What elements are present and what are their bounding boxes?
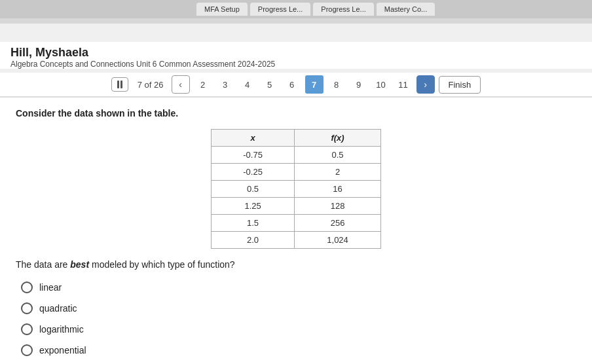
page-5[interactable]: 5 (261, 75, 279, 94)
col-header-fx: f(x) (295, 130, 381, 147)
choice-quadratic[interactable]: quadratic (21, 302, 576, 314)
main-content: Consider the data shown in the table. x … (0, 98, 592, 364)
tab-progress-2[interactable]: Progress Le... (313, 3, 373, 16)
cell-x: 0.5 (212, 181, 295, 198)
table-row: 1.5256 (212, 215, 381, 232)
sub-prompt-prefix: The data are (16, 259, 70, 270)
table-row: -0.750.5 (212, 147, 381, 164)
table-row: 0.516 (212, 181, 381, 198)
table-row: -0.252 (212, 164, 381, 181)
col-header-x: x (212, 130, 295, 147)
radio-linear[interactable] (21, 282, 33, 293)
prev-page-button[interactable]: ‹ (172, 75, 190, 94)
cell-fx: 0.5 (295, 147, 381, 164)
choice-linear[interactable]: linear (21, 282, 576, 293)
table-row: 1.25128 (212, 198, 381, 215)
page-8[interactable]: 8 (327, 75, 346, 94)
cell-fx: 128 (295, 198, 381, 215)
radio-exponential[interactable] (21, 344, 33, 356)
data-table-wrapper: x f(x) -0.750.5-0.2520.5161.251281.52562… (16, 129, 576, 249)
table-row: 2.01,024 (212, 232, 381, 249)
browser-chrome: MFA Setup Progress Le... Progress Le... … (0, 0, 592, 24)
cell-fx: 256 (295, 215, 381, 232)
next-page-button[interactable]: › (416, 75, 435, 94)
cell-x: -0.75 (212, 147, 295, 164)
cell-x: 2.0 (212, 232, 295, 249)
page-7-current[interactable]: 7 (305, 75, 324, 94)
page-6[interactable]: 6 (283, 75, 301, 94)
choice-logarithmic[interactable]: logarithmic (21, 323, 576, 335)
radio-logarithmic[interactable] (21, 323, 33, 335)
label-quadratic: quadratic (39, 303, 77, 314)
page-4[interactable]: 4 (238, 75, 257, 94)
best-modeled-prompt: The data are best modeled by which type … (16, 259, 576, 270)
label-exponential: exponential (39, 345, 86, 355)
label-linear: linear (39, 282, 62, 293)
cell-fx: 2 (295, 164, 381, 181)
data-table: x f(x) -0.750.5-0.2520.5161.251281.52562… (211, 129, 381, 249)
radio-quadratic[interactable] (21, 302, 33, 314)
cell-x: -0.25 (212, 164, 295, 181)
answer-choices: linear quadratic logarithmic exponential (16, 282, 576, 356)
cell-fx: 1,024 (295, 232, 381, 249)
page-3[interactable]: 3 (216, 75, 234, 94)
student-name: Hill, Myshaela (10, 46, 582, 60)
finish-button[interactable]: Finish (439, 76, 481, 94)
page-2[interactable]: 2 (194, 75, 212, 94)
sub-prompt-suffix: modeled by which type of function? (89, 259, 235, 270)
page-9[interactable]: 9 (350, 75, 368, 94)
page-11[interactable]: 11 (394, 75, 413, 94)
tab-progress-1[interactable]: Progress Le... (250, 3, 310, 16)
sub-prompt-emphasis: best (70, 259, 89, 270)
page-10[interactable]: 10 (372, 75, 390, 94)
tab-mfa-setup[interactable]: MFA Setup (196, 3, 248, 16)
pause-button[interactable] (111, 77, 128, 92)
nav-bar: 7 of 26 ‹ 2 3 4 5 6 7 8 9 10 11 › Finish (0, 73, 592, 98)
cell-x: 1.5 (212, 215, 295, 232)
page-info: 7 of 26 (138, 80, 164, 90)
choice-exponential[interactable]: exponential (21, 344, 576, 356)
header: Hill, Myshaela Algebra Concepts and Conn… (0, 42, 592, 69)
tab-mastery[interactable]: Mastery Co... (377, 3, 435, 16)
course-title: Algebra Concepts and Connections Unit 6 … (10, 60, 582, 69)
cell-x: 1.25 (212, 198, 295, 215)
cell-fx: 16 (295, 181, 381, 198)
question-prompt: Consider the data shown in the table. (16, 108, 576, 118)
label-logarithmic: logarithmic (39, 324, 84, 335)
